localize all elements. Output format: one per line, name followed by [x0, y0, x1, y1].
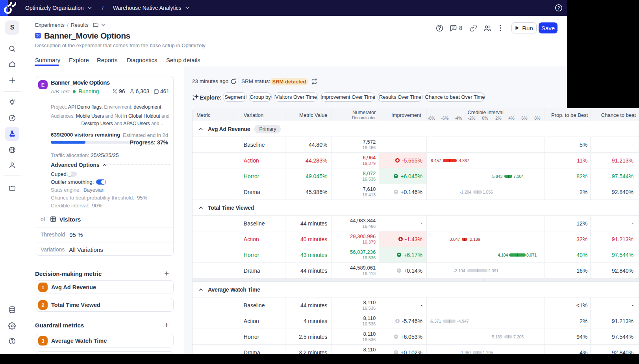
svg-text:?: ?	[558, 6, 560, 10]
